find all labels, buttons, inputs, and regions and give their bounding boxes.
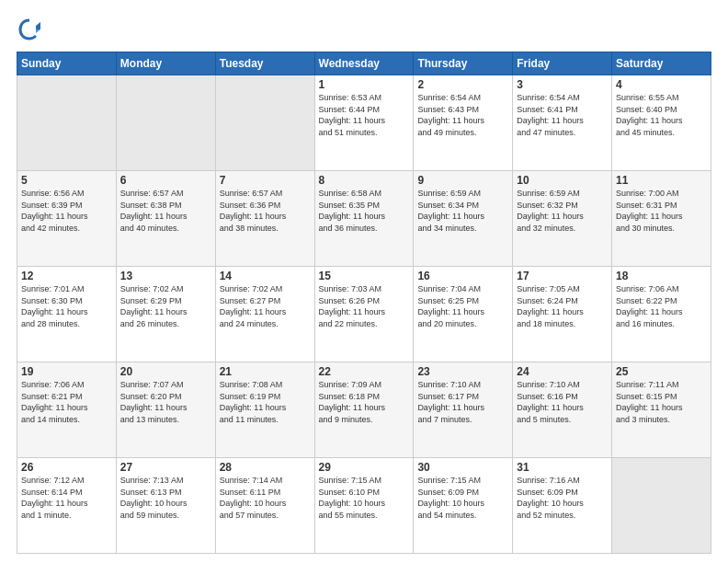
- day-number: 5: [21, 174, 112, 187]
- calendar-cell: 28Sunrise: 7:14 AM Sunset: 6:11 PM Dayli…: [215, 458, 314, 554]
- calendar-cell: [17, 75, 117, 171]
- day-number: 10: [517, 174, 608, 187]
- day-number: 24: [517, 365, 608, 378]
- day-info: Sunrise: 7:09 AM Sunset: 6:18 PM Dayligh…: [319, 379, 410, 425]
- day-info: Sunrise: 6:58 AM Sunset: 6:35 PM Dayligh…: [319, 188, 410, 234]
- calendar-week-row: 26Sunrise: 7:12 AM Sunset: 6:14 PM Dayli…: [17, 458, 711, 554]
- day-info: Sunrise: 7:12 AM Sunset: 6:14 PM Dayligh…: [21, 475, 112, 521]
- day-info: Sunrise: 7:14 AM Sunset: 6:11 PM Dayligh…: [220, 475, 311, 521]
- calendar-cell: 7Sunrise: 6:57 AM Sunset: 6:36 PM Daylig…: [215, 171, 314, 267]
- day-number: 7: [220, 174, 311, 187]
- day-info: Sunrise: 6:54 AM Sunset: 6:41 PM Dayligh…: [517, 92, 608, 138]
- calendar-cell: 23Sunrise: 7:10 AM Sunset: 6:17 PM Dayli…: [414, 362, 513, 458]
- calendar-cell: 3Sunrise: 6:54 AM Sunset: 6:41 PM Daylig…: [513, 75, 612, 171]
- calendar-cell: [215, 75, 314, 171]
- day-info: Sunrise: 6:59 AM Sunset: 6:32 PM Dayligh…: [517, 188, 608, 234]
- day-number: 11: [616, 174, 707, 187]
- day-info: Sunrise: 7:16 AM Sunset: 6:09 PM Dayligh…: [517, 475, 608, 521]
- day-info: Sunrise: 6:56 AM Sunset: 6:39 PM Dayligh…: [21, 188, 112, 234]
- calendar-cell: 30Sunrise: 7:15 AM Sunset: 6:09 PM Dayli…: [414, 458, 513, 554]
- day-info: Sunrise: 6:53 AM Sunset: 6:44 PM Dayligh…: [319, 92, 410, 138]
- day-number: 1: [319, 78, 410, 91]
- day-info: Sunrise: 7:02 AM Sunset: 6:29 PM Dayligh…: [120, 283, 211, 329]
- calendar-cell: [612, 458, 711, 554]
- day-number: 31: [517, 461, 608, 474]
- calendar-cell: 5Sunrise: 6:56 AM Sunset: 6:39 PM Daylig…: [17, 171, 117, 267]
- weekday-header: Sunday: [17, 52, 117, 75]
- day-info: Sunrise: 7:06 AM Sunset: 6:21 PM Dayligh…: [21, 379, 112, 425]
- day-number: 30: [417, 461, 508, 474]
- calendar-cell: [116, 75, 215, 171]
- logo-icon: [17, 17, 42, 42]
- day-info: Sunrise: 7:15 AM Sunset: 6:09 PM Dayligh…: [417, 475, 508, 521]
- day-info: Sunrise: 7:02 AM Sunset: 6:27 PM Dayligh…: [220, 283, 311, 329]
- day-info: Sunrise: 7:06 AM Sunset: 6:22 PM Dayligh…: [616, 283, 707, 329]
- calendar-week-row: 12Sunrise: 7:01 AM Sunset: 6:30 PM Dayli…: [17, 267, 711, 362]
- day-info: Sunrise: 7:07 AM Sunset: 6:20 PM Dayligh…: [120, 379, 211, 425]
- calendar-cell: 24Sunrise: 7:10 AM Sunset: 6:16 PM Dayli…: [513, 362, 612, 458]
- day-info: Sunrise: 7:05 AM Sunset: 6:24 PM Dayligh…: [517, 283, 608, 329]
- calendar-week-row: 19Sunrise: 7:06 AM Sunset: 6:21 PM Dayli…: [17, 362, 711, 458]
- day-number: 9: [417, 174, 508, 187]
- day-number: 3: [517, 78, 608, 91]
- day-number: 12: [21, 270, 112, 282]
- calendar-cell: 17Sunrise: 7:05 AM Sunset: 6:24 PM Dayli…: [513, 267, 612, 362]
- day-info: Sunrise: 7:00 AM Sunset: 6:31 PM Dayligh…: [616, 188, 707, 234]
- weekday-header-row: SundayMondayTuesdayWednesdayThursdayFrid…: [17, 52, 711, 75]
- day-number: 2: [417, 78, 508, 91]
- weekday-header: Thursday: [414, 52, 513, 75]
- day-number: 13: [120, 270, 211, 282]
- day-number: 22: [319, 365, 410, 378]
- weekday-header: Friday: [513, 52, 612, 75]
- day-number: 21: [220, 365, 311, 378]
- calendar-cell: 11Sunrise: 7:00 AM Sunset: 6:31 PM Dayli…: [612, 171, 711, 267]
- day-info: Sunrise: 6:59 AM Sunset: 6:34 PM Dayligh…: [417, 188, 508, 234]
- day-info: Sunrise: 6:55 AM Sunset: 6:40 PM Dayligh…: [616, 92, 707, 138]
- day-number: 16: [417, 270, 508, 282]
- day-info: Sunrise: 7:03 AM Sunset: 6:26 PM Dayligh…: [319, 283, 410, 329]
- calendar-cell: 19Sunrise: 7:06 AM Sunset: 6:21 PM Dayli…: [17, 362, 117, 458]
- day-info: Sunrise: 7:10 AM Sunset: 6:17 PM Dayligh…: [417, 379, 508, 425]
- day-number: 14: [220, 270, 311, 282]
- day-info: Sunrise: 7:04 AM Sunset: 6:25 PM Dayligh…: [417, 283, 508, 329]
- calendar-cell: 10Sunrise: 6:59 AM Sunset: 6:32 PM Dayli…: [513, 171, 612, 267]
- day-info: Sunrise: 7:01 AM Sunset: 6:30 PM Dayligh…: [21, 283, 112, 329]
- calendar-cell: 18Sunrise: 7:06 AM Sunset: 6:22 PM Dayli…: [612, 267, 711, 362]
- calendar-cell: 2Sunrise: 6:54 AM Sunset: 6:43 PM Daylig…: [414, 75, 513, 171]
- day-number: 20: [120, 365, 211, 378]
- calendar-cell: 14Sunrise: 7:02 AM Sunset: 6:27 PM Dayli…: [215, 267, 314, 362]
- day-number: 4: [616, 78, 707, 91]
- calendar-cell: 13Sunrise: 7:02 AM Sunset: 6:29 PM Dayli…: [116, 267, 215, 362]
- weekday-header: Monday: [116, 52, 215, 75]
- day-number: 18: [616, 270, 707, 282]
- day-number: 29: [319, 461, 410, 474]
- header: [17, 17, 711, 42]
- calendar-cell: 21Sunrise: 7:08 AM Sunset: 6:19 PM Dayli…: [215, 362, 314, 458]
- weekday-header: Saturday: [612, 52, 711, 75]
- day-info: Sunrise: 6:54 AM Sunset: 6:43 PM Dayligh…: [417, 92, 508, 138]
- day-number: 6: [120, 174, 211, 187]
- calendar-cell: 15Sunrise: 7:03 AM Sunset: 6:26 PM Dayli…: [314, 267, 414, 362]
- calendar-cell: 22Sunrise: 7:09 AM Sunset: 6:18 PM Dayli…: [314, 362, 414, 458]
- day-info: Sunrise: 6:57 AM Sunset: 6:38 PM Dayligh…: [120, 188, 211, 234]
- calendar-cell: 20Sunrise: 7:07 AM Sunset: 6:20 PM Dayli…: [116, 362, 215, 458]
- day-number: 8: [319, 174, 410, 187]
- calendar-cell: 8Sunrise: 6:58 AM Sunset: 6:35 PM Daylig…: [314, 171, 414, 267]
- calendar-cell: 1Sunrise: 6:53 AM Sunset: 6:44 PM Daylig…: [314, 75, 414, 171]
- weekday-header: Wednesday: [314, 52, 414, 75]
- logo: [17, 17, 46, 42]
- calendar-cell: 4Sunrise: 6:55 AM Sunset: 6:40 PM Daylig…: [612, 75, 711, 171]
- calendar: SundayMondayTuesdayWednesdayThursdayFrid…: [17, 52, 711, 554]
- calendar-cell: 31Sunrise: 7:16 AM Sunset: 6:09 PM Dayli…: [513, 458, 612, 554]
- calendar-cell: 12Sunrise: 7:01 AM Sunset: 6:30 PM Dayli…: [17, 267, 117, 362]
- calendar-cell: 27Sunrise: 7:13 AM Sunset: 6:13 PM Dayli…: [116, 458, 215, 554]
- day-number: 17: [517, 270, 608, 282]
- calendar-cell: 25Sunrise: 7:11 AM Sunset: 6:15 PM Dayli…: [612, 362, 711, 458]
- calendar-cell: 29Sunrise: 7:15 AM Sunset: 6:10 PM Dayli…: [314, 458, 414, 554]
- day-info: Sunrise: 7:10 AM Sunset: 6:16 PM Dayligh…: [517, 379, 608, 425]
- day-number: 15: [319, 270, 410, 282]
- calendar-week-row: 1Sunrise: 6:53 AM Sunset: 6:44 PM Daylig…: [17, 75, 711, 171]
- day-number: 23: [417, 365, 508, 378]
- day-info: Sunrise: 6:57 AM Sunset: 6:36 PM Dayligh…: [220, 188, 311, 234]
- day-number: 25: [616, 365, 707, 378]
